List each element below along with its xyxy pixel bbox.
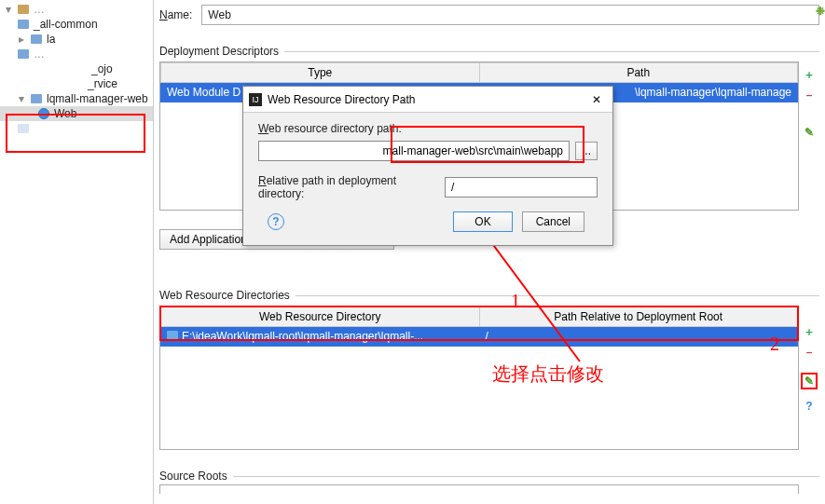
col-header[interactable]: Type <box>161 63 480 83</box>
source-roots-table <box>159 484 799 494</box>
tree-item[interactable]: ▸ la <box>0 32 153 47</box>
facet-editor: Name: Deployment Descriptors Type Path W… <box>154 0 825 504</box>
col-header[interactable]: Web Resource Directory <box>161 307 480 327</box>
section-label: Source Roots <box>159 470 227 483</box>
section-label: Web Resource Directories <box>159 289 290 302</box>
section-label: Deployment Descriptors <box>159 45 279 58</box>
chevron-right-icon: ▸ <box>17 34 26 44</box>
bug-icon[interactable]: ❉ <box>813 4 825 19</box>
help-button[interactable]: ? <box>802 399 817 414</box>
table-toolbar: ＋ － ✎ <box>799 63 819 140</box>
tree-label: _ojo <box>17 62 113 75</box>
chevron-down-icon: ▾ <box>17 94 26 103</box>
chevron-down-icon: ▾ <box>4 5 13 14</box>
tree-label: _all-common <box>34 18 98 31</box>
name-input[interactable] <box>201 5 819 25</box>
table-row[interactable]: E:\ideaWork\lqmall-root\lqmall-manager\l… <box>161 327 798 347</box>
tree-label: … <box>34 3 45 16</box>
tree-item[interactable]: _ojo <box>0 61 153 76</box>
help-icon[interactable]: ? <box>268 213 284 230</box>
tree-label: _rvice <box>17 77 117 90</box>
tree-item[interactable]: ▾ … <box>0 2 153 17</box>
col-header[interactable]: Path <box>479 63 798 83</box>
name-label: Name: <box>159 8 192 21</box>
edit-button[interactable]: ✎ <box>801 373 818 389</box>
remove-button[interactable]: － <box>802 345 817 360</box>
section-title: Source Roots <box>159 470 819 483</box>
col-header[interactable]: Path Relative to Deployment Root <box>479 307 798 327</box>
tree-item[interactable]: ▾ lqmall-manager-web <box>0 91 153 106</box>
field-label: Web resource directory path: <box>258 122 598 135</box>
dialog-title: Web Resource Directory Path <box>268 93 586 106</box>
tree-item[interactable]: … <box>0 47 153 61</box>
folder-icon <box>17 48 30 61</box>
relative-path-input[interactable] <box>445 177 598 198</box>
tree-item-web[interactable]: Web <box>0 106 153 121</box>
browse-button[interactable]: ... <box>575 142 598 160</box>
tree-label: la <box>47 33 55 46</box>
project-tree: ▾ … _all-common ▸ la … _ojo _rvice ▾ lqm… <box>0 0 154 504</box>
divider <box>284 51 819 52</box>
close-icon[interactable]: ✕ <box>586 93 607 106</box>
add-button[interactable]: ＋ <box>802 67 817 82</box>
tree-label: … <box>34 48 45 61</box>
tree-item[interactable]: _rvice <box>0 76 153 91</box>
divider <box>233 476 819 477</box>
tree-item[interactable]: _all-common <box>0 17 153 32</box>
dialog-web-resource-path: IJ Web Resource Directory Path ✕ Web res… <box>242 86 613 246</box>
tree-item[interactable] <box>0 121 153 136</box>
cell: / <box>479 327 798 347</box>
intellij-icon: IJ <box>249 93 262 106</box>
folder-icon <box>30 33 43 46</box>
edit-button[interactable]: ✎ <box>802 125 817 140</box>
add-button[interactable]: ＋ <box>802 324 817 339</box>
ok-button[interactable]: OK <box>453 211 512 232</box>
tree-label: Web <box>54 107 76 120</box>
cell: E:\ideaWork\lqmall-root\lqmall-manager\l… <box>161 327 480 347</box>
directory-path-input[interactable] <box>258 141 570 161</box>
field-label: Relative path in deployment directory: <box>258 174 439 200</box>
folder-icon <box>17 18 30 31</box>
web-icon <box>37 107 50 120</box>
folder-icon <box>30 92 43 105</box>
resource-table: Web Resource Directory Path Relative to … <box>159 306 799 450</box>
remove-button[interactable]: － <box>802 88 817 102</box>
divider <box>296 295 819 296</box>
cancel-button[interactable]: Cancel <box>522 211 584 232</box>
tree-label: lqmall-manager-web <box>47 92 148 105</box>
section-title: Web Resource Directories <box>159 289 819 302</box>
table-toolbar: ＋ － ✎ ? <box>799 320 819 414</box>
folder-icon <box>17 122 30 135</box>
folder-icon <box>17 3 30 16</box>
section-title: Deployment Descriptors <box>159 45 819 58</box>
